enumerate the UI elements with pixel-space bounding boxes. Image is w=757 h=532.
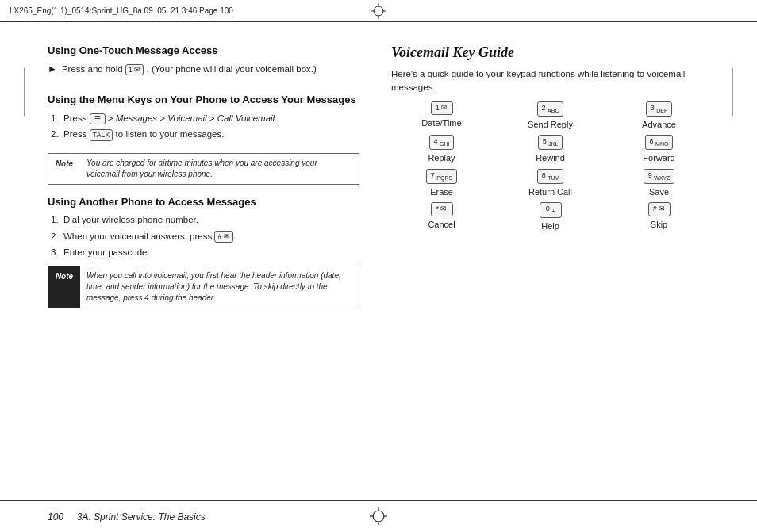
vkey-icon-hash: # ✉ [648,202,671,216]
key-hash: # ✉ [214,231,233,243]
footer-crosshair [370,507,387,528]
vkey-label-0: Help [541,220,559,232]
vkey-icon-7: 7 PQRS [426,169,457,184]
vkey-label-4: Replay [428,152,455,163]
vkey-cell-5: 5 JKL Rewind [500,135,601,164]
vkey-label-8: Return Call [528,186,572,197]
vkey-icon-6: 6 MNO [645,135,674,150]
vkey-label-6: Forward [643,152,674,163]
vkey-heading: Voicemail Key Guide [391,44,709,61]
vkey-label-7: Erase [430,186,453,197]
main-content: Using One-Touch Message Access ► Press a… [0,29,757,500]
vkey-label-2: Send Reply [528,119,573,130]
svg-point-5 [373,511,384,522]
section2-heading: Using the Menu Keys on Your Phone to Acc… [48,94,359,107]
vkey-icon-2: 2 ABC [537,101,564,117]
note2-label: Note [48,266,80,308]
note-box-2: Note When you call into voicemail, you f… [48,266,359,308]
page-container: LX265_Eng(1.1)_0514:Sprint_UG_8a 09. 05.… [0,0,757,532]
vkey-label-3: Advance [642,119,676,130]
vkey-label-1: Date/Time [421,117,461,128]
section3-heading: Using Another Phone to Access Messages [48,196,359,209]
vkey-intro: Here's a quick guide to your keypad func… [391,67,709,95]
vkey-cell-2: 2 ABC Send Reply [500,101,601,131]
vkey-icon-4: 4 GHI [429,135,455,150]
section3-step3: 3. Enter your passcode. [48,246,359,259]
vkey-label-star: Cancel [428,219,455,230]
vkey-grid: 1 ✉ Date/Time 2 ABC Send Reply 3 DEF Adv… [391,101,709,232]
press-hold-text: Press and hold [62,64,123,74]
vkey-cell-1: 1 ✉ Date/Time [391,101,492,131]
vkey-cell-7: 7 PQRS Erase [391,169,492,198]
vkey-cell-9: 9 WXYZ Save [609,169,709,198]
vkey-cell-4: 4 GHI Replay [391,135,492,164]
left-column: Using One-Touch Message Access ► Press a… [0,29,378,500]
note1-text: You are charged for airtime minutes when… [80,154,359,184]
section1-rest: . (Your phone will dial your voicemail b… [147,64,317,74]
vkey-icon-3: 3 DEF [646,101,673,117]
margin-line-left [24,68,25,116]
right-column: Voicemail Key Guide Here's a quick guide… [378,29,757,500]
header-text: LX265_Eng(1.1)_0514:Sprint_UG_8a 09. 05.… [10,6,233,15]
section3-step2: 2. When your voicemail answers, press # … [48,230,359,243]
vkey-icon-star: * ✉ [431,202,453,216]
svg-point-0 [374,6,383,16]
note1-label: Note [48,154,80,184]
note-box-1: Note You are charged for airtime minutes… [48,153,359,185]
key-menu: ☰ [90,113,106,125]
vkey-cell-0: 0 + Help [500,202,601,232]
margin-line-right [732,68,733,116]
section-another-phone: Using Another Phone to Access Messages 1… [48,196,359,260]
note2-text: When you call into voicemail, you first … [80,266,359,308]
key-talk: TALK [90,129,113,141]
section-one-touch: Using One-Touch Message Access ► Press a… [48,44,359,82]
vkey-icon-1: 1 ✉ [431,101,453,116]
vkey-icon-0: 0 + [540,202,562,217]
section2-steps: 1. Press ☰ > Messages > Voicemail > Call… [48,112,359,142]
header-bar: LX265_Eng(1.1)_0514:Sprint_UG_8a 09. 05.… [0,0,757,22]
section2-step2: 2. Press TALK to listen to your messages… [48,128,359,141]
vkey-label-9: Save [649,186,669,197]
vkey-label-5: Rewind [536,152,565,163]
section3-step1: 1. Dial your wireless phone number. [48,213,359,227]
key-1-voicemail: 1 ✉ [125,64,144,76]
section1-text: Press and hold 1 ✉ . (Your phone will di… [62,63,317,76]
vkey-cell-hash: # ✉ Skip [609,202,709,232]
header-crosshair [371,3,386,19]
vkey-icon-5: 5 JKL [538,135,563,150]
vkey-label-hash: Skip [651,219,667,230]
section2-step1: 1. Press ☰ > Messages > Voicemail > Call… [48,112,359,125]
vkey-cell-6: 6 MNO Forward [609,135,709,164]
vkey-cell-3: 3 DEF Advance [609,101,709,131]
vkey-icon-8: 8 TUV [537,169,564,184]
footer-page: 100 3A. Sprint Service: The Basics [48,511,206,522]
section3-steps: 1. Dial your wireless phone number. 2. W… [48,213,359,259]
vkey-icon-9: 9 WXYZ [644,169,675,184]
vkey-cell-8: 8 TUV Return Call [500,169,601,198]
bullet-arrow: ► [48,63,57,75]
step1-italic: Messages > Voicemail > Call Voicemail [116,113,275,123]
footer: 100 3A. Sprint Service: The Basics [0,500,757,532]
section-menu-keys: Using the Menu Keys on Your Phone to Acc… [48,94,359,141]
vkey-cell-star: * ✉ Cancel [391,202,492,232]
section1-heading: Using One-Touch Message Access [48,44,359,58]
section1-bullet: ► Press and hold 1 ✉ . (Your phone will … [48,63,359,82]
